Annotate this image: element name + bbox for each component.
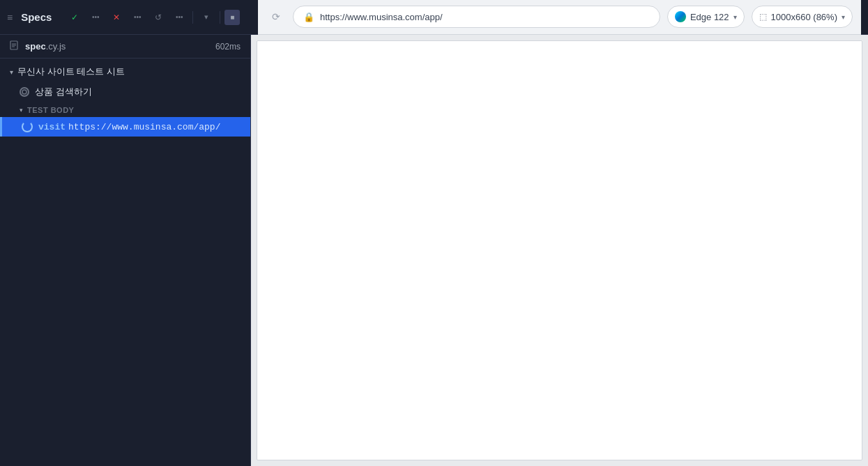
test-body-section: ▾ TEST BODY visithttps://www.musinsa.com… [0, 102, 250, 138]
run-button[interactable]: ✓ [66, 8, 84, 26]
suite-label: 무신사 사이트 테스트 시트 [17, 65, 125, 78]
top-bar: ≡ Specs ✓ ••• ✕ ••• ↺ ••• ▾ ■ ⟳ 🔒 https:… [0, 0, 868, 35]
hamburger-icon[interactable]: ≡ [7, 12, 13, 23]
test-case-label: 상품 검색하기 [35, 86, 92, 98]
viewport-label: 1000x660 (86%) [771, 12, 837, 22]
specs-panel-header: ≡ Specs ✓ ••• ✕ ••• ↺ ••• ▾ ■ [7, 8, 258, 26]
reload-button[interactable]: ↺ [149, 8, 167, 26]
browser-refresh-button[interactable]: ⟳ [266, 7, 286, 26]
square-icon: ■ [230, 13, 234, 21]
spec-name-ext: .cy.js [46, 41, 66, 52]
url-icon: 🔒 [303, 12, 314, 22]
suite-chevron-icon: ▾ [10, 68, 13, 76]
edge-label: Edge 122 [690, 12, 729, 22]
test-case-row[interactable]: 상품 검색하기 [0, 82, 250, 102]
svg-point-4 [22, 90, 26, 94]
spec-file-name: spec.cy.js [25, 41, 66, 52]
browser-content [257, 41, 862, 460]
test-body-label: TEST BODY [27, 106, 74, 114]
dots-3: ••• [170, 8, 188, 26]
url-bar[interactable]: 🔒 https://www.musinsa.com/app/ [293, 6, 660, 28]
stop-button[interactable]: ✕ [107, 8, 125, 26]
browser-toolbar: ⟳ 🔒 https://www.musinsa.com/app/ Edge 12… [258, 0, 861, 35]
viewport-chevron-icon: ▾ [842, 13, 845, 21]
spec-time: 602ms [215, 42, 241, 52]
dots-2: ••• [128, 8, 146, 26]
spec-name-bold: spec [25, 41, 46, 52]
dots-1: ••• [86, 8, 105, 26]
viewport-toggle[interactable]: ■ [224, 10, 240, 25]
command-spinner-icon [22, 121, 33, 132]
command-keyword: visit [38, 122, 66, 132]
main-content: spec.cy.js 602ms ▾ 무신사 사이트 테스트 시트 상품 검색하… [0, 35, 868, 466]
edge-chevron-icon: ▾ [733, 13, 737, 21]
specs-title: Specs [21, 11, 52, 23]
toolbar-divider-2 [220, 11, 220, 24]
command-url: https://www.musinsa.com/app/ [68, 122, 220, 132]
command-text: visithttps://www.musinsa.com/app/ [38, 122, 220, 132]
test-body-chevron-icon: ▾ [20, 107, 23, 114]
toolbar-divider [192, 11, 193, 24]
edge-icon [675, 11, 686, 22]
test-status-icon [20, 87, 29, 97]
browser-preview [251, 35, 868, 466]
sidebar: spec.cy.js 602ms ▾ 무신사 사이트 테스트 시트 상품 검색하… [0, 35, 251, 466]
test-tree: ▾ 무신사 사이트 테스트 시트 상품 검색하기 ▾ TEST BODY [0, 59, 250, 466]
browser-frame [257, 40, 862, 460]
spec-file-icon [10, 40, 20, 52]
url-text: https://www.musinsa.com/app/ [320, 12, 650, 22]
viewport-icon: ⬚ [759, 12, 767, 22]
edge-browser-badge[interactable]: Edge 122 ▾ [667, 6, 745, 28]
command-row-visit[interactable]: visithttps://www.musinsa.com/app/ [0, 117, 250, 137]
spec-file-row[interactable]: spec.cy.js 602ms [0, 35, 250, 59]
toolbar-controls: ✓ ••• ✕ ••• ↺ ••• ▾ ■ [66, 8, 240, 26]
dropdown-button[interactable]: ▾ [197, 8, 215, 26]
test-body-header[interactable]: ▾ TEST BODY [0, 103, 250, 117]
test-suite-row[interactable]: ▾ 무신사 사이트 테스트 시트 [0, 61, 250, 82]
viewport-badge[interactable]: ⬚ 1000x660 (86%) ▾ [752, 6, 853, 28]
